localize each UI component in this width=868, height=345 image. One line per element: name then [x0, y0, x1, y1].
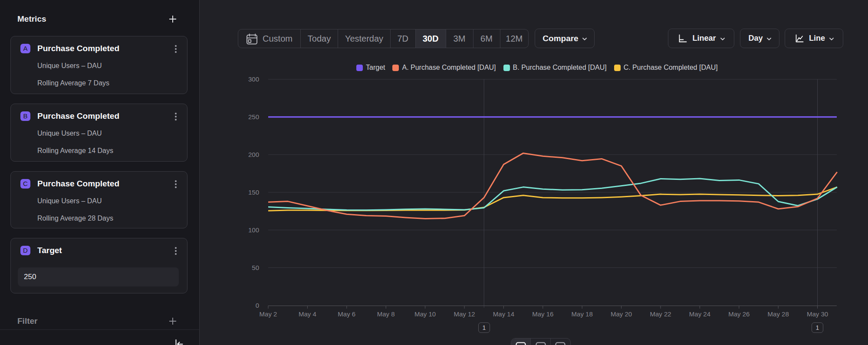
svg-text:May 8: May 8 — [377, 310, 395, 318]
svg-text:May 28: May 28 — [768, 310, 789, 318]
svg-text:May 2: May 2 — [260, 310, 277, 318]
svg-text:May 4: May 4 — [299, 310, 316, 318]
svg-text:May 12: May 12 — [454, 310, 475, 318]
svg-text:May 22: May 22 — [650, 310, 671, 318]
svg-text:May 30: May 30 — [807, 310, 828, 318]
svg-text:May 26: May 26 — [728, 310, 750, 318]
svg-text:May 20: May 20 — [611, 310, 632, 318]
svg-text:May 18: May 18 — [572, 310, 593, 318]
svg-text:May 14: May 14 — [493, 310, 514, 318]
svg-text:0: 0 — [256, 302, 259, 309]
svg-text:May 6: May 6 — [338, 310, 355, 318]
svg-text:150: 150 — [248, 189, 259, 196]
svg-text:100: 100 — [248, 226, 259, 234]
svg-text:50: 50 — [252, 264, 259, 271]
svg-text:May 10: May 10 — [414, 310, 436, 318]
svg-text:300: 300 — [248, 75, 259, 83]
svg-text:200: 200 — [248, 151, 259, 158]
svg-text:May 16: May 16 — [532, 310, 553, 318]
svg-text:May 24: May 24 — [689, 310, 710, 318]
svg-text:250: 250 — [248, 113, 259, 120]
